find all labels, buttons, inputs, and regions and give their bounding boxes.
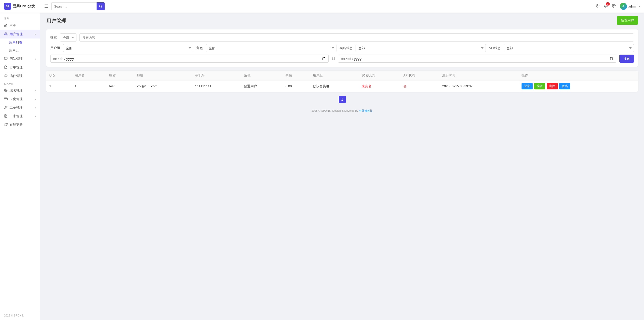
search-content-input[interactable]	[79, 33, 634, 42]
filter-row-date: 到 搜索	[50, 55, 634, 63]
search-bar	[51, 2, 105, 10]
sidebar-item-home[interactable]: 主页	[0, 21, 40, 30]
sidebar-item-label-online-update: 在线更新	[10, 123, 23, 127]
section-label-common: 常用	[0, 15, 40, 21]
sidebar-item-label-home: 主页	[10, 23, 16, 28]
layout: 常用 主页 用户管理 ▾ 用户列表 用户组 网站	[0, 13, 644, 320]
sidebar-item-plugin-mgmt[interactable]: 插件管理	[0, 72, 40, 80]
sidebar-sub-item-user-group[interactable]: 用户组	[0, 47, 40, 55]
col-phone: 手机号	[192, 71, 241, 81]
footer-link[interactable]: 史莱姆科技	[359, 109, 373, 112]
date-to-input[interactable]	[338, 55, 616, 63]
sidebar-item-label-card-mgmt: 卡密管理	[10, 97, 23, 101]
sidebar-item-online-update[interactable]: 在线更新	[0, 121, 40, 129]
edit-button[interactable]: 编辑	[534, 83, 545, 89]
sidebar-sub-label-user-group: 用户组	[9, 48, 19, 53]
work-order-icon	[4, 106, 8, 110]
col-username: 用户名	[72, 71, 106, 81]
sidebar-footer: 2025 © SPDNS.	[0, 311, 40, 320]
home-icon	[4, 24, 8, 28]
page-1-button[interactable]: 1	[339, 96, 346, 103]
sidebar-item-user-mgmt[interactable]: 用户管理 ▾	[0, 30, 40, 38]
user-avatar-wrap[interactable]: A admin ▾	[620, 3, 640, 10]
filter-search-button[interactable]: 搜索	[619, 55, 634, 63]
log-mgmt-arrow-icon: ›	[35, 115, 36, 118]
real-name-select[interactable]: 全部	[356, 44, 486, 52]
group-select[interactable]: 全部	[63, 44, 193, 52]
col-uid: UID	[46, 71, 72, 81]
sidebar-item-website-mgmt[interactable]: 网站管理 ›	[0, 55, 40, 63]
user-mgmt-arrow-icon: ▾	[34, 33, 36, 36]
col-user-group: 用户组	[310, 71, 359, 81]
group-filter-label: 用户组	[50, 46, 60, 50]
date-to-label: 到	[332, 56, 335, 61]
cell-phone: 111111111	[192, 81, 241, 92]
sidebar-item-label-work-order: 工单管理	[10, 105, 23, 110]
pwd-button[interactable]: 密码	[559, 83, 570, 89]
table-row: 1 1 test xxx@163.com 111111111 普通用户 0.00…	[46, 81, 638, 92]
sidebar-item-label-log-mgmt: 日志管理	[10, 114, 23, 118]
user-mgmt-icon	[4, 32, 8, 36]
menu-toggle-icon[interactable]: ☰	[44, 4, 48, 9]
col-email: 邮箱	[134, 71, 192, 81]
cell-actions: 登录 编辑 删除 密码	[519, 81, 638, 92]
svg-rect-4	[4, 57, 7, 59]
table-header-row: UID 用户名 昵称 邮箱 手机号 角色 余额 用户组 实名状态 API状态 注…	[46, 71, 638, 81]
sidebar-item-label-plugin-mgmt: 插件管理	[10, 74, 23, 78]
role-filter-label: 角色	[196, 46, 203, 50]
moon-icon[interactable]	[596, 4, 600, 9]
cell-nickname: test	[106, 81, 134, 92]
settings-icon[interactable]	[612, 4, 616, 9]
table-card: UID 用户名 昵称 邮箱 手机号 角色 余额 用户组 实名状态 API状态 注…	[46, 71, 638, 92]
website-mgmt-arrow-icon: ›	[35, 57, 36, 60]
sidebar-item-card-mgmt[interactable]: 卡密管理 ›	[0, 95, 40, 103]
notification-badge: 2	[606, 2, 610, 6]
svg-point-2	[613, 5, 614, 6]
sidebar-item-order-mgmt[interactable]: 订单管理	[0, 63, 40, 72]
charge-button[interactable]: 删除	[547, 83, 558, 89]
header-right: 2 A admin ▾	[596, 3, 640, 10]
sidebar-sub-label-user-list: 用户列表	[9, 40, 22, 45]
logo-icon: SP	[4, 3, 11, 10]
plugin-mgmt-icon	[4, 74, 8, 78]
svg-rect-11	[4, 98, 8, 100]
col-api-status: API状态	[400, 71, 439, 81]
footer: 2025 © SPDNS. Design & Develop by 史莱姆科技	[46, 107, 638, 115]
login-button[interactable]: 登录	[522, 83, 533, 89]
sidebar-item-work-order[interactable]: 工单管理 ›	[0, 103, 40, 112]
col-balance: 余额	[282, 71, 310, 81]
sidebar-sub-item-user-list[interactable]: 用户列表	[0, 38, 40, 47]
real-name-filter-label: 实名状态	[339, 46, 353, 50]
page-title: 用户管理	[46, 18, 638, 24]
user-chevron-icon: ▾	[639, 5, 640, 8]
date-from-input[interactable]	[50, 55, 329, 63]
col-nickname: 昵称	[106, 71, 134, 81]
search-input[interactable]	[51, 2, 97, 10]
sidebar-item-label-order-mgmt: 订单管理	[10, 65, 23, 70]
col-reg-time: 注册时间	[439, 71, 518, 81]
card-mgmt-icon	[4, 97, 8, 101]
sidebar-item-log-mgmt[interactable]: 日志管理 ›	[0, 112, 40, 121]
sidebar-item-domain-mgmt[interactable]: 域名管理 ›	[0, 86, 40, 95]
search-type-select[interactable]: 全部	[60, 33, 76, 42]
avatar: A	[620, 3, 627, 10]
sidebar-item-label-website-mgmt: 网站管理	[10, 57, 23, 61]
cell-balance: 0.00	[282, 81, 310, 92]
cell-user-group: 默认会员组	[310, 81, 359, 92]
svg-point-3	[5, 32, 6, 34]
role-select[interactable]: 全部	[206, 44, 336, 52]
cell-username: 1	[72, 81, 106, 92]
col-real-name: 实名状态	[359, 71, 400, 81]
notification-icon[interactable]: 2	[604, 4, 608, 9]
api-filter-label: API状态	[489, 46, 501, 50]
cell-email: xxx@163.com	[134, 81, 192, 92]
col-role: 角色	[241, 71, 283, 81]
new-user-button[interactable]: 新增用户	[617, 16, 638, 25]
search-button[interactable]	[97, 2, 105, 10]
sidebar-sub-user: 用户列表 用户组	[0, 38, 40, 55]
search-filter-label: 搜索	[50, 35, 57, 40]
cell-role: 普通用户	[241, 81, 283, 92]
api-status-select[interactable]: 全部	[504, 44, 634, 52]
sidebar-item-label-domain-mgmt: 域名管理	[10, 88, 23, 93]
svg-point-0	[99, 5, 101, 7]
